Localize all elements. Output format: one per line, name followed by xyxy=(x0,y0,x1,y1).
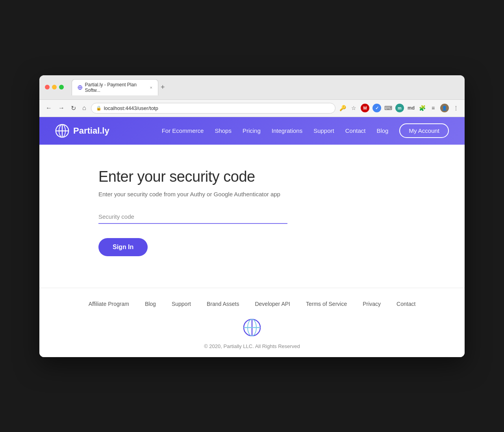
address-bar[interactable]: 🔒 localhost:4443/user/totp xyxy=(91,103,335,114)
nav-link-blog[interactable]: Blog xyxy=(376,127,388,134)
footer-links: Affiliate Program Blog Support Brand Ass… xyxy=(89,301,416,307)
browser-titlebar: Partial.ly - Payment Plan Softw... × + xyxy=(39,75,465,100)
footer-link-contact[interactable]: Contact xyxy=(397,301,415,307)
ext-md-icon[interactable]: md xyxy=(407,104,415,112)
back-button[interactable]: ← xyxy=(44,104,54,112)
tab-favicon-icon xyxy=(78,85,82,90)
nav-links: For Ecommerce Shops Pricing Integrations… xyxy=(162,123,449,138)
page-subtext: Enter your security code from your Authy… xyxy=(98,191,280,197)
browser-toolbar: ← → ↻ ⌂ 🔒 localhost:4443/user/totp 🔑 ☆ M… xyxy=(39,100,465,117)
nav-link-contact[interactable]: Contact xyxy=(345,127,366,134)
url-text: localhost:4443/user/totp xyxy=(104,105,158,111)
footer-link-api[interactable]: Developer API xyxy=(255,301,290,307)
navbar: Partial.ly For Ecommerce Shops Pricing I… xyxy=(39,117,465,145)
ext-list-icon[interactable]: ≡ xyxy=(429,104,437,112)
traffic-lights xyxy=(45,85,64,89)
footer-link-tos[interactable]: Terms of Service xyxy=(306,301,347,307)
menu-icon[interactable]: ⋮ xyxy=(452,104,460,112)
close-window-button[interactable] xyxy=(45,85,50,89)
browser-window: Partial.ly - Payment Plan Softw... × + ←… xyxy=(39,75,465,357)
my-account-button[interactable]: My Account xyxy=(399,123,449,138)
brand-logo-icon xyxy=(55,124,69,138)
nav-link-support[interactable]: Support xyxy=(313,127,334,134)
maximize-window-button[interactable] xyxy=(59,85,64,89)
footer-link-blog[interactable]: Blog xyxy=(145,301,156,307)
security-code-input[interactable] xyxy=(98,210,287,224)
nav-link-shops[interactable]: Shops xyxy=(215,127,232,134)
footer-link-support[interactable]: Support xyxy=(172,301,191,307)
home-button[interactable]: ⌂ xyxy=(81,104,88,112)
nav-link-pricing[interactable]: Pricing xyxy=(243,127,261,134)
tab-bar: Partial.ly - Payment Plan Softw... × + xyxy=(72,79,459,95)
tab-title: Partial.ly - Payment Plan Softw... xyxy=(85,82,146,93)
footer-link-brand[interactable]: Brand Assets xyxy=(207,301,239,307)
brand-name: Partial.ly xyxy=(73,126,109,136)
page-content: Partial.ly For Ecommerce Shops Pricing I… xyxy=(39,117,465,357)
new-tab-button[interactable]: + xyxy=(161,84,165,91)
main-content: Enter your security code Enter your secu… xyxy=(83,145,421,288)
footer-link-affiliate[interactable]: Affiliate Program xyxy=(89,301,129,307)
star-icon[interactable]: ☆ xyxy=(350,104,358,112)
footer: Affiliate Program Blog Support Brand Ass… xyxy=(39,288,465,357)
toolbar-icons: 🔑 ☆ M ✓ ⌨ m md 🧩 ≡ 👤 ⋮ xyxy=(339,104,460,112)
gmail-icon[interactable]: M xyxy=(361,104,369,112)
lock-icon: 🔒 xyxy=(96,106,102,111)
ext-3-icon[interactable]: m xyxy=(395,104,404,112)
active-tab[interactable]: Partial.ly - Payment Plan Softw... × xyxy=(72,79,158,95)
refresh-button[interactable]: ↻ xyxy=(69,104,78,113)
profile-icon[interactable]: 👤 xyxy=(440,104,449,112)
footer-copyright: © 2020, Partially LLC. All Rights Reserv… xyxy=(204,343,300,349)
close-tab-button[interactable]: × xyxy=(150,85,152,90)
chrome-ext-1-icon[interactable]: ✓ xyxy=(372,104,381,112)
nav-link-integrations[interactable]: Integrations xyxy=(272,127,302,134)
brand[interactable]: Partial.ly xyxy=(55,124,109,138)
forward-button[interactable]: → xyxy=(57,104,66,112)
ext-puzzle-icon[interactable]: 🧩 xyxy=(418,104,426,112)
footer-link-privacy[interactable]: Privacy xyxy=(363,301,381,307)
nav-link-for-ecommerce[interactable]: For Ecommerce xyxy=(162,127,204,134)
page-heading: Enter your security code xyxy=(98,168,255,185)
ext-2-icon[interactable]: ⌨ xyxy=(384,104,392,112)
key-icon[interactable]: 🔑 xyxy=(339,104,346,112)
sign-in-button[interactable]: Sign In xyxy=(98,238,148,256)
footer-logo-icon xyxy=(243,318,261,337)
minimize-window-button[interactable] xyxy=(52,85,57,89)
